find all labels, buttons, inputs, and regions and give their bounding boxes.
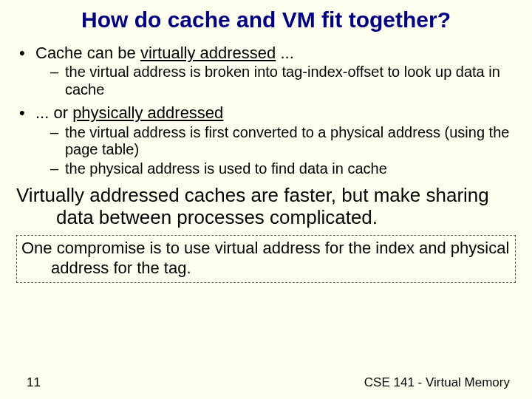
course-label: CSE 141 - Virtual Memory xyxy=(364,375,510,390)
bullet-level2: – the physical address is used to find d… xyxy=(50,160,516,178)
slide: How do cache and VM fit together? • Cach… xyxy=(0,0,532,399)
bullet-level1: • Cache can be virtually addressed ... xyxy=(16,44,516,63)
text-underline: physically addressed xyxy=(72,103,223,122)
bullet-text: the physical address is used to find dat… xyxy=(65,160,516,178)
bullet-text: ... or physically addressed xyxy=(35,103,516,123)
bullet-level1: • ... or physically addressed xyxy=(16,103,516,123)
slide-body: • Cache can be virtually addressed ... –… xyxy=(16,44,516,283)
bullet-level2: – the virtual address is broken into tag… xyxy=(50,64,516,98)
slide-title: How do cache and VM fit together? xyxy=(16,7,516,33)
text-underline: virtually addressed xyxy=(140,44,276,62)
bullet-text: the virtual address is broken into tag-i… xyxy=(65,64,516,98)
bullet-dash-icon: – xyxy=(50,160,65,178)
bullet-text: the virtual address is first converted t… xyxy=(65,124,516,159)
text-fragment: ... xyxy=(276,44,293,62)
bullet-dash-icon: – xyxy=(50,124,65,159)
bullet-dash-icon: – xyxy=(50,64,65,98)
slide-footer: 11 CSE 141 - Virtual Memory xyxy=(0,375,532,390)
note-box: One compromise is to use virtual address… xyxy=(16,235,516,283)
paragraph: Virtually addressed caches are faster, b… xyxy=(16,185,516,229)
bullet-level2: – the virtual address is first converted… xyxy=(50,124,516,159)
text-fragment: Cache can be xyxy=(35,44,140,62)
text-fragment: ... or xyxy=(35,103,72,122)
note-text: One compromise is to use virtual address… xyxy=(21,239,511,278)
paragraph-text: Virtually addressed caches are faster, b… xyxy=(16,185,516,229)
bullet-text: Cache can be virtually addressed ... xyxy=(35,44,516,63)
page-number: 11 xyxy=(27,375,41,390)
bullet-dot-icon: • xyxy=(16,44,35,63)
bullet-dot-icon: • xyxy=(16,103,35,123)
